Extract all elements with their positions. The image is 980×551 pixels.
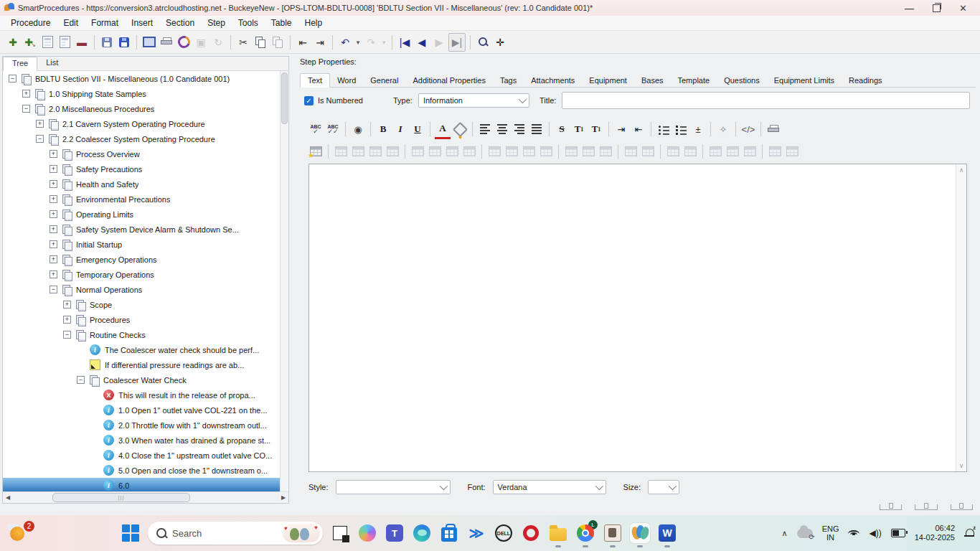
outdent-step-icon[interactable]: ⇤: [295, 34, 311, 51]
scroll-up-icon[interactable]: ∧: [959, 166, 964, 174]
tab-bases[interactable]: Bases: [634, 74, 671, 87]
weather-widget[interactable]: 2: [7, 521, 36, 545]
restore-button[interactable]: [933, 4, 941, 12]
spellcheck-as-you-type-icon[interactable]: ABC✓✓: [325, 121, 341, 138]
align-left-icon[interactable]: [477, 121, 493, 138]
html-source-icon[interactable]: </>: [740, 121, 756, 138]
expand-icon[interactable]: +: [22, 90, 30, 98]
tree-item[interactable]: i1.0 Open 1" outlet valve COL-221 on the…: [3, 402, 281, 418]
tree-item[interactable]: −BDLTU Section VII - Miscellaneous (1.0 …: [3, 71, 281, 86]
expand-icon[interactable]: +: [50, 165, 57, 173]
indent-paragraph-icon[interactable]: ⇥: [613, 121, 629, 138]
style-select[interactable]: [336, 480, 451, 494]
tab-text[interactable]: Text: [300, 73, 330, 88]
nav-first-step-icon[interactable]: |◀: [397, 34, 413, 51]
taskbar-opera-icon[interactable]: [521, 523, 541, 543]
tree-item[interactable]: i2.0 Throttle flow with 1" downstream ou…: [3, 418, 281, 433]
strikethrough-icon[interactable]: S: [554, 121, 570, 138]
align-right-icon[interactable]: [512, 121, 527, 138]
search-box[interactable]: Search♥♥: [148, 522, 323, 545]
tab-attachments[interactable]: Attachments: [524, 74, 582, 87]
wifi-icon[interactable]: [848, 529, 859, 537]
find-replace-icon[interactable]: [475, 34, 491, 51]
is-numbered-checkbox[interactable]: ✓: [304, 96, 314, 105]
taskbar-file-explorer-icon[interactable]: [548, 523, 568, 543]
tree-item[interactable]: If differential pressure readings are ab…: [3, 357, 281, 372]
tab-equipment[interactable]: Equipment: [582, 74, 634, 87]
delete-step-icon[interactable]: ▬: [74, 34, 90, 51]
scroll-down-icon[interactable]: ∨: [959, 462, 964, 469]
onedrive-sync-icon[interactable]: [797, 529, 813, 538]
menu-table[interactable]: Table: [265, 17, 298, 29]
expand-icon[interactable]: +: [63, 316, 71, 324]
type-select[interactable]: Information: [418, 93, 529, 108]
indent-step-icon[interactable]: ⇥: [312, 34, 328, 51]
undo-icon[interactable]: ↶: [337, 34, 353, 51]
align-center-icon[interactable]: [494, 121, 510, 138]
tree-item[interactable]: XThis will result in the release of prop…: [3, 387, 281, 402]
tree-item[interactable]: −Routine Checks: [3, 327, 281, 342]
expand-icon[interactable]: +: [50, 180, 57, 188]
tree-item[interactable]: i5.0 Open and close the 1" downstream o.…: [3, 463, 281, 478]
menu-procedure[interactable]: Procedure: [4, 17, 57, 29]
tab-tags[interactable]: Tags: [493, 74, 524, 87]
tree-item[interactable]: +Environmental Precautions: [3, 192, 281, 207]
bullet-list-icon[interactable]: [656, 121, 672, 138]
scrollbar-thumb[interactable]: |||: [52, 493, 190, 502]
publish-icon[interactable]: [141, 34, 157, 51]
taskbar-power-automate-icon[interactable]: ≫: [466, 523, 486, 543]
tree-item[interactable]: +Emergency Operations: [3, 252, 281, 267]
tab-questions[interactable]: Questions: [717, 74, 767, 87]
step-text-editor[interactable]: ∧ ∨: [308, 164, 967, 472]
font-select[interactable]: Verdana: [493, 480, 606, 494]
add-step-icon[interactable]: ✚: [5, 34, 21, 51]
tree-item[interactable]: +Scope: [3, 297, 281, 312]
bold-icon[interactable]: B: [375, 121, 391, 138]
step-form-view-icon[interactable]: [57, 34, 72, 51]
tab-general[interactable]: General: [363, 74, 405, 87]
superscript-icon[interactable]: T1: [571, 121, 587, 138]
tab-equipment-limits[interactable]: Equipment Limits: [767, 74, 842, 87]
expand-icon[interactable]: +: [50, 225, 57, 233]
tree-item[interactable]: +Operating Limits: [3, 207, 281, 222]
collapse-icon[interactable]: −: [36, 135, 44, 143]
expand-icon[interactable]: +: [50, 240, 57, 248]
outdent-paragraph-icon[interactable]: ⇤: [631, 121, 646, 138]
nav-previous-step-icon[interactable]: ◀: [414, 34, 430, 51]
tree-item[interactable]: −2.0 Miscellaneous Procedures: [3, 101, 281, 116]
tree-item[interactable]: +Temporary Operations: [3, 267, 281, 282]
tree-vertical-scrollbar[interactable]: [280, 71, 288, 492]
tree-item[interactable]: +Safety System Device Alarm & Shutdown S…: [3, 222, 281, 237]
expand-icon[interactable]: +: [50, 270, 57, 278]
tree-item[interactable]: +2.1 Cavern System Operating Procedure: [3, 116, 281, 131]
expand-icon[interactable]: +: [63, 301, 71, 309]
taskbar-task-view-icon[interactable]: [330, 523, 350, 543]
taskbar-word-icon[interactable]: W: [657, 523, 677, 543]
editor-scrollbar[interactable]: ∧ ∨: [956, 164, 966, 471]
title-input[interactable]: [562, 92, 970, 109]
clock[interactable]: 06:42 14-02-2025: [915, 524, 955, 542]
add-substep-icon[interactable]: ✚↘: [22, 34, 38, 51]
close-button[interactable]: ✕: [959, 4, 967, 13]
underline-icon[interactable]: U: [410, 121, 425, 138]
print-step-icon[interactable]: [765, 121, 781, 138]
font-color-icon[interactable]: A: [435, 120, 451, 139]
collapse-icon[interactable]: −: [50, 286, 57, 293]
spellcheck-icon[interactable]: ABC✓: [308, 121, 324, 138]
insert-table-icon[interactable]: [308, 143, 324, 160]
tree-item[interactable]: −Normal Operations: [3, 282, 281, 297]
tree-item[interactable]: +Process Overview: [3, 146, 281, 161]
save-icon[interactable]: [116, 34, 132, 51]
taskbar-photos-icon[interactable]: [603, 523, 623, 543]
battery-icon[interactable]: [891, 529, 905, 537]
taskbar-store-icon[interactable]: [439, 523, 459, 543]
tree-item[interactable]: −2.2 Coalescer System Operating Procedur…: [3, 131, 281, 146]
tab-readings[interactable]: Readings: [842, 74, 889, 87]
taskbar-dell-icon[interactable]: DELL: [494, 523, 514, 543]
move-step-icon[interactable]: ✛: [492, 34, 508, 51]
tab-additional-properties[interactable]: Additional Properties: [405, 74, 493, 87]
tree-item[interactable]: +Safety Precautions: [3, 161, 281, 176]
menu-help[interactable]: Help: [298, 17, 329, 29]
expand-icon[interactable]: +: [50, 150, 57, 158]
numbered-list-icon[interactable]: [673, 121, 689, 138]
